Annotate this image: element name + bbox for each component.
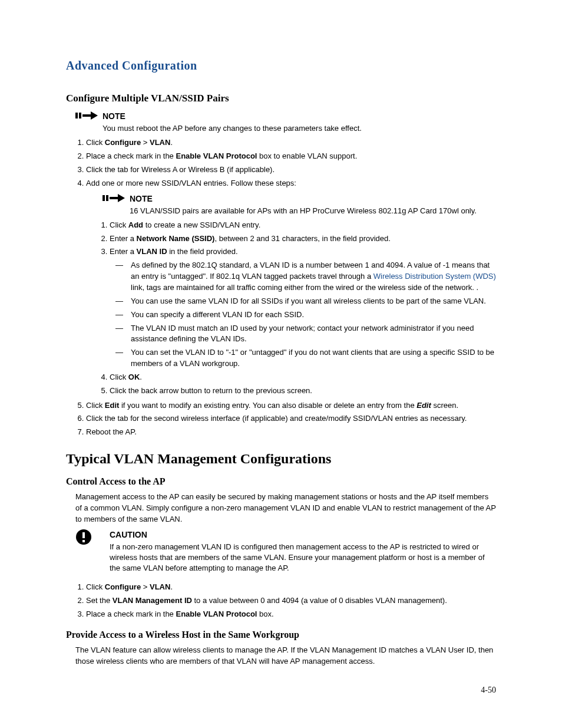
list-item: As defined by the 802.1Q standard, a VLA…: [131, 260, 496, 294]
svg-rect-4: [103, 195, 105, 201]
section-heading: Configure Multiple VLAN/SSID Pairs: [66, 93, 496, 104]
list-item: You can specify a different VLAN ID for …: [131, 309, 496, 321]
list-item: Click the tab for Wireless A or Wireless…: [86, 164, 496, 176]
caution-icon: [75, 529, 103, 548]
note-arrow-icon: [103, 193, 130, 203]
svg-rect-5: [106, 195, 108, 201]
list-item: Click Edit if you want to modify an exis…: [86, 400, 496, 411]
list-item: Set the VLAN Management ID to a value be…: [86, 595, 496, 607]
list-item: Reboot the AP.: [86, 427, 496, 438]
list-item: Click the back arrow button to return to…: [110, 386, 496, 397]
svg-rect-9: [82, 532, 85, 538]
note-label: NOTE: [130, 194, 496, 203]
caution-text: If a non-zero management VLAN ID is conf…: [110, 542, 496, 574]
list-item: The VLAN ID must match an ID used by you…: [131, 323, 496, 345]
wds-link[interactable]: Wireless Distribution System (WDS): [373, 272, 496, 281]
section-heading: Typical VLAN Management Configurations: [66, 451, 496, 467]
list-item: Click Configure > VLAN.: [86, 582, 496, 593]
list-item: Click Configure > VLAN.: [86, 137, 496, 149]
list-item: You can use the same VLAN ID for all SSI…: [131, 296, 496, 307]
note-text: 16 VLAN/SSID pairs are available for APs…: [130, 206, 496, 216]
list-item: Click OK.: [110, 372, 496, 383]
page-number: 4-50: [481, 686, 496, 695]
note-text: You must reboot the AP before any change…: [103, 123, 496, 134]
note-label: NOTE: [103, 111, 496, 121]
svg-rect-1: [79, 113, 81, 118]
paragraph: The VLAN feature can allow wireless clie…: [75, 645, 496, 667]
steps-list: Click Configure > VLAN. Place a check ma…: [66, 137, 496, 189]
note-arrow-icon: [75, 110, 103, 121]
subsection-heading: Control Access to the AP: [66, 476, 496, 487]
list-item: Place a check mark in the Enable VLAN Pr…: [86, 609, 496, 620]
svg-rect-0: [75, 113, 78, 118]
svg-rect-6: [110, 197, 118, 199]
list-item: You can set the VLAN ID to "-1" or "unta…: [131, 347, 496, 370]
list-item: Click the tab for the second wireless in…: [86, 413, 496, 424]
list-item: Enter a VLAN ID in the field provided. A…: [110, 246, 496, 369]
list-item: Place a check mark in the Enable VLAN Pr…: [86, 151, 496, 162]
list-item: Add one or more new SSID/VLAN entries. F…: [86, 178, 496, 189]
paragraph: Management access to the AP can easily b…: [75, 492, 496, 525]
svg-marker-3: [91, 111, 98, 120]
dash-list: As defined by the 802.1Q standard, a VLA…: [110, 260, 496, 370]
sub-steps-list: Click Add to create a new SSID/VLAN entr…: [66, 220, 496, 397]
caution-callout: CAUTION If a non-zero management VLAN ID…: [75, 529, 496, 574]
svg-marker-7: [118, 194, 125, 202]
list-item: Enter a Network Name (SSID), between 2 a…: [110, 233, 496, 245]
list-item: Click Add to create a new SSID/VLAN entr…: [110, 220, 496, 231]
steps-list: Click Configure > VLAN. Set the VLAN Man…: [66, 582, 496, 620]
subsection-heading: Provide Access to a Wireless Host in the…: [66, 630, 496, 640]
note-callout: NOTE You must reboot the AP before any c…: [75, 110, 496, 134]
steps-list-cont: Click Edit if you want to modify an exis…: [66, 400, 496, 439]
svg-rect-2: [82, 114, 91, 117]
note-callout: NOTE 16 VLAN/SSID pairs are available fo…: [103, 193, 496, 216]
svg-rect-10: [82, 540, 85, 542]
chapter-title: Advanced Configuration: [66, 59, 496, 73]
caution-label: CAUTION: [110, 530, 496, 539]
